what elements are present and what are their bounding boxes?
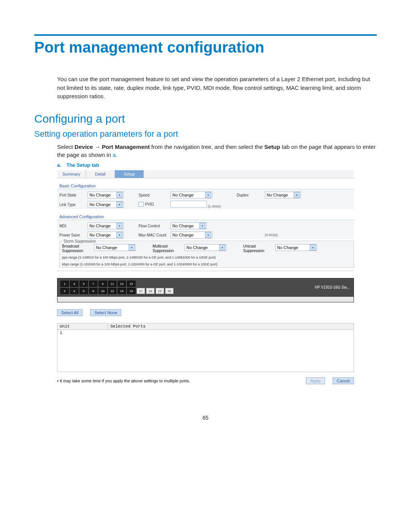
- select-value: No Change: [172, 233, 194, 237]
- text: from the navigation tree, and then selec…: [150, 144, 264, 150]
- port-7[interactable]: 7: [89, 281, 97, 287]
- unit-value: 1: [57, 330, 108, 336]
- pvid-field-wrap: (1-4094): [170, 201, 235, 208]
- select-value: No Change: [172, 224, 194, 228]
- cancel-button[interactable]: Cancel: [333, 377, 354, 384]
- port-9[interactable]: 9: [99, 281, 107, 287]
- port-5[interactable]: 5: [80, 281, 88, 287]
- port-18[interactable]: 18: [146, 288, 155, 294]
- port-14[interactable]: 14: [118, 288, 126, 294]
- port-19[interactable]: 19: [156, 288, 164, 294]
- intro-paragraph: You can use the port management feature …: [57, 75, 377, 101]
- max-mac-wrap: No Change ▾: [170, 232, 235, 238]
- select-max-mac[interactable]: No Change ▾: [170, 232, 212, 238]
- figure-caption: a. The Setup tab: [57, 162, 377, 168]
- divider: [57, 271, 354, 271]
- selected-ports-header: Unit Selected Ports: [57, 323, 354, 330]
- port-20[interactable]: 20: [165, 288, 174, 294]
- chevron-down-icon: ▾: [205, 232, 211, 238]
- doc-title: Port management configuration: [34, 39, 377, 56]
- footer-row: It may take some time if you apply the a…: [57, 377, 354, 384]
- select-value: No Change: [89, 202, 111, 207]
- port-8[interactable]: 8: [89, 288, 97, 294]
- label-mdi: MDI: [59, 224, 86, 228]
- apply-button[interactable]: Apply: [306, 377, 325, 384]
- select-value: No Change: [172, 193, 194, 197]
- label-power-save: Power Save: [59, 233, 86, 237]
- port-4[interactable]: 4: [70, 288, 78, 294]
- chevron-down-icon: ▾: [116, 192, 123, 198]
- select-multicast[interactable]: No Change ▾: [185, 244, 226, 251]
- screenshot-setup-tab: Summary Detail Setup Basic Configuration…: [57, 170, 354, 384]
- bold-device: Device: [75, 144, 93, 150]
- select-all-button[interactable]: Select All: [57, 309, 83, 316]
- port-13[interactable]: 13: [118, 281, 126, 287]
- select-unicast[interactable]: No Change ▾: [275, 244, 317, 251]
- port-12[interactable]: 12: [108, 288, 116, 294]
- advanced-config-form: MDI No Change ▾ Flow Control No Change ▾…: [57, 220, 354, 239]
- select-duplex[interactable]: No Change ▾: [265, 192, 301, 198]
- port-3[interactable]: 3: [70, 281, 78, 287]
- checkbox-pvid[interactable]: PVID: [139, 202, 154, 207]
- select-value: No Change: [89, 193, 111, 197]
- label-duplex: Duplex: [237, 193, 263, 197]
- body-paragraph: Select Device → Port Management from the…: [57, 143, 377, 160]
- top-rule: [34, 34, 377, 36]
- port-2[interactable]: 2: [61, 288, 69, 294]
- tab-detail[interactable]: Detail: [86, 170, 115, 178]
- caption-pre: The: [66, 162, 76, 168]
- select-value: No Change: [267, 193, 288, 197]
- storm-legend: Storm Suppression: [62, 239, 97, 243]
- apply-note: It may take some time if you apply the a…: [57, 379, 190, 383]
- text: Select: [57, 144, 75, 150]
- section-h2: Configuring a port: [34, 112, 377, 125]
- label-link-type: Link Type: [59, 203, 86, 207]
- chevron-down-icon: ▾: [116, 223, 123, 229]
- port-6[interactable]: 6: [80, 288, 88, 294]
- chevron-down-icon: ▾: [199, 223, 206, 229]
- bold-setup: Setup: [264, 144, 280, 150]
- port-1[interactable]: 1: [61, 281, 69, 287]
- switch-port-panel: 1234567891011121314151617181920 HP V1910…: [57, 278, 354, 297]
- select-value: No Change: [89, 224, 111, 228]
- caption-letter: a.: [57, 162, 61, 168]
- switch-model-label: HP V1910-16G Sw...: [315, 285, 350, 289]
- page-number: 65: [34, 415, 377, 421]
- caption-bold: Setup: [76, 162, 90, 168]
- caption-post: tab: [90, 162, 99, 168]
- select-none-button[interactable]: Select None: [90, 309, 121, 316]
- label-flow-control: Flow Control: [139, 224, 169, 228]
- label-multicast: Multicast Suppression: [153, 244, 183, 253]
- port-11[interactable]: 11: [108, 281, 116, 287]
- chevron-down-icon: ▾: [116, 232, 123, 238]
- arrow: →: [93, 144, 102, 150]
- port-17[interactable]: 17: [137, 288, 145, 294]
- port-16[interactable]: 16: [127, 288, 135, 294]
- storm-suppression-group: Storm Suppression Broadcast Suppression …: [59, 241, 354, 268]
- label-speed: Speed: [139, 193, 169, 197]
- select-speed[interactable]: No Change ▾: [170, 192, 212, 198]
- text: .: [116, 152, 117, 158]
- select-port-state[interactable]: No Change ▾: [88, 192, 124, 198]
- label-unicast: Unicast Suppression: [243, 244, 274, 253]
- select-power-save[interactable]: No Change ▾: [88, 232, 124, 238]
- port-15[interactable]: 15: [127, 281, 135, 287]
- advanced-config-title: Advanced Configuration: [57, 209, 354, 220]
- switch-base: [57, 297, 354, 302]
- chevron-down-icon: ▾: [219, 244, 225, 251]
- select-flow-control[interactable]: No Change ▾: [170, 222, 207, 229]
- port-10[interactable]: 10: [99, 288, 107, 294]
- select-value: No Change: [277, 245, 298, 250]
- select-mdi[interactable]: No Change ▾: [88, 222, 124, 229]
- basic-config-form: Port State No Change ▾ Speed No Change ▾…: [57, 189, 354, 209]
- label-port-state: Port State: [59, 193, 86, 197]
- select-link-type[interactable]: No Change ▾: [88, 201, 124, 208]
- tab-setup[interactable]: Setup: [115, 170, 144, 178]
- chevron-down-icon: ▾: [205, 192, 211, 198]
- port-grid: 1234567891011121314151617181920: [61, 281, 174, 294]
- input-pvid[interactable]: [170, 201, 207, 208]
- select-broadcast[interactable]: No Change ▾: [94, 244, 136, 251]
- select-value: No Change: [96, 245, 117, 250]
- tab-summary[interactable]: Summary: [57, 170, 86, 178]
- chevron-down-icon: ▾: [129, 244, 135, 251]
